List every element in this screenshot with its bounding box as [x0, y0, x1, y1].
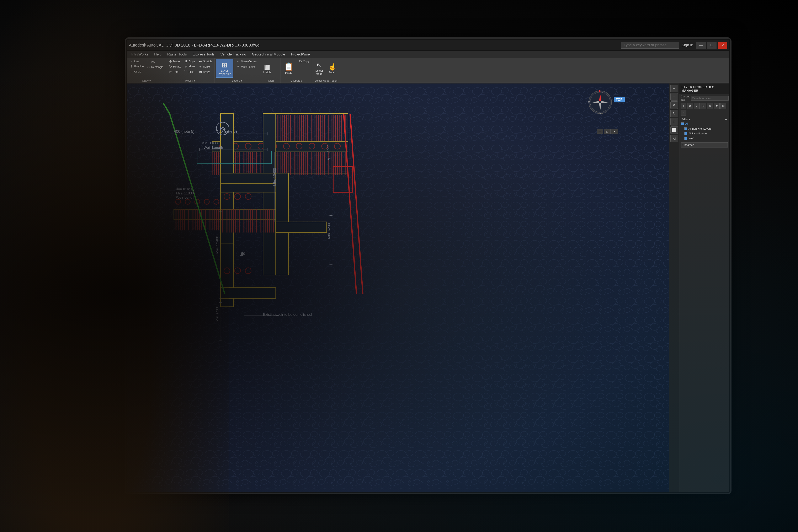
- stretch-icon: ⇤: [199, 59, 202, 63]
- stretch-button[interactable]: ⇤ Stretch: [197, 59, 213, 64]
- copy-clip-icon: ⧉: [298, 59, 302, 63]
- layer-refresh-icon[interactable]: ↻: [701, 103, 706, 109]
- nav-orbit[interactable]: ↻: [670, 110, 678, 117]
- svg-rect-32: [276, 222, 327, 232]
- mirror-icon: ⇌: [184, 64, 188, 68]
- compass-svg: N S W E: [588, 90, 613, 115]
- draw-arc-button[interactable]: ⌒ Arc: [146, 59, 165, 64]
- layer-filter-icon[interactable]: ▼: [714, 103, 720, 109]
- menu-projectwise[interactable]: ProjectWise: [288, 52, 313, 57]
- filters-toggle[interactable]: ▶: [725, 118, 727, 121]
- layer-settings-icon[interactable]: ⚙: [707, 103, 713, 109]
- window-title: Autodesk AutoCAD Civil 3D 2018 - LFD-ARP…: [129, 43, 621, 48]
- copy-button[interactable]: ⧉ Copy: [183, 59, 197, 63]
- layer-properties-button[interactable]: ⊞ LayerProperties: [216, 59, 234, 78]
- fillet-icon: ⌒: [184, 70, 188, 74]
- draw-label: Draw ▾: [127, 79, 166, 83]
- layer-properties-icon: ⊞: [222, 61, 227, 69]
- cad-float-button[interactable]: □: [604, 129, 611, 134]
- search-input[interactable]: [621, 42, 679, 49]
- array-button[interactable]: ⊞ Array: [197, 69, 213, 74]
- menu-vehicle-tracking[interactable]: Vehicle Tracking: [218, 52, 249, 57]
- make-current-button[interactable]: ✓ Make Current: [235, 59, 259, 64]
- arc-icon: ⌒: [147, 59, 150, 64]
- svg-text:400 (n te 5): 400 (n te 5): [176, 187, 194, 191]
- hatch-icon: ▦: [264, 63, 270, 71]
- rotate-button[interactable]: ↻ Rotate: [167, 64, 182, 69]
- svg-text:400 (note 5): 400 (note 5): [216, 129, 237, 134]
- all-non-xref-checkbox[interactable]: [684, 127, 687, 130]
- layer-new-icon[interactable]: +: [681, 103, 686, 109]
- cad-minimize-button[interactable]: —: [597, 129, 603, 134]
- layer-current-icon[interactable]: ✓: [694, 103, 700, 109]
- hatch-button[interactable]: ▦ Hatch: [261, 59, 273, 78]
- svg-text:P2: P2: [220, 126, 225, 131]
- ribbon-group-layers: ⊞ LayerProperties ✓ Make Current ≡ Match…: [215, 58, 260, 83]
- draw-polyline-button[interactable]: ⌇ Polyline: [128, 64, 145, 69]
- paste-button[interactable]: 📋 Paste: [282, 59, 296, 78]
- copy-icon: ⧉: [184, 59, 188, 63]
- cad-drawing-area[interactable]: 400 (note 5) 400 (note 5) Min. 11800 Wei…: [127, 83, 679, 492]
- draw-line-button[interactable]: ⟋ Line: [128, 59, 145, 63]
- layer-all-used[interactable]: All Used Layers: [679, 131, 729, 136]
- filters-row: Filters ▶: [679, 116, 729, 121]
- draw-circle-button[interactable]: ○ Circle: [128, 69, 145, 74]
- ribbon: ⟋ Line ⌇ Polyline ○ Circle: [127, 58, 729, 83]
- mirror-button[interactable]: ⇌ Mirror: [183, 64, 197, 69]
- all-used-checkbox[interactable]: [684, 132, 687, 135]
- nav-previous[interactable]: ◁: [670, 135, 678, 142]
- menu-infraworks[interactable]: InfraWorks: [128, 52, 151, 57]
- fillet-button[interactable]: ⌒ Fillet: [183, 69, 197, 74]
- layer-grid-icon[interactable]: ⊞: [721, 103, 726, 109]
- menu-express-tools[interactable]: Express Tools: [190, 52, 218, 57]
- close-button[interactable]: ✕: [718, 42, 727, 49]
- ribbon-group-hatch: ▦ Hatch Hatch: [260, 58, 281, 83]
- nav-zoom-in[interactable]: +: [670, 85, 678, 92]
- nav-window[interactable]: ⬜: [670, 126, 678, 134]
- menu-raster-tools[interactable]: Raster Tools: [164, 52, 190, 57]
- move-button[interactable]: ✥ Move: [167, 59, 182, 64]
- unnamed-item[interactable]: Unnamed: [681, 142, 728, 148]
- svg-rect-24: [221, 173, 276, 184]
- layer-search-input[interactable]: [691, 96, 729, 100]
- svg-text:Min. 11800: Min. 11800: [202, 141, 220, 145]
- draw-rect-button[interactable]: ▭ Rectangle: [146, 64, 165, 69]
- sign-in-label[interactable]: Sign In: [682, 43, 693, 48]
- menu-help[interactable]: Help: [151, 52, 164, 57]
- select-mode-button[interactable]: ↖ SelectMode: [313, 59, 325, 78]
- scale-button[interactable]: ⤡ Scale: [197, 64, 213, 69]
- layer-search-button[interactable]: 🔍: [729, 96, 729, 100]
- svg-text:Min. 12400: Min. 12400: [215, 236, 219, 254]
- nav-zoom-out[interactable]: −: [670, 93, 678, 100]
- nav-extents[interactable]: ⊡: [670, 118, 678, 126]
- top-button[interactable]: TOP: [614, 97, 625, 102]
- svg-text:Min. 6200: Min. 6200: [215, 306, 219, 322]
- nav-pan[interactable]: ✥: [670, 101, 678, 109]
- trim-button[interactable]: ✂ Trim: [167, 69, 182, 74]
- maximize-button[interactable]: □: [707, 42, 717, 49]
- svg-text:400 (note 5): 400 (note 5): [174, 129, 194, 134]
- filters-label: Filters: [682, 118, 690, 121]
- all-label: All: [685, 122, 688, 126]
- layer-list-icon[interactable]: ≡: [681, 110, 686, 115]
- layer-delete-icon[interactable]: ✕: [687, 103, 693, 109]
- select-label: Select Mode Touch: [312, 79, 340, 83]
- clipboard-label: Clipboard: [281, 79, 312, 83]
- xref-checkbox[interactable]: [684, 137, 687, 140]
- current-layer-row: Current layer 🔍: [679, 94, 729, 102]
- minimize-button[interactable]: —: [696, 42, 706, 49]
- copy-clip-button[interactable]: ⧉ Copy: [297, 59, 311, 63]
- match-layer-button[interactable]: ≡ Match Layer: [235, 64, 259, 69]
- screen: Autodesk AutoCAD Civil 3D 2018 - LFD-ARP…: [127, 40, 729, 492]
- touch-button[interactable]: ☝ Touch: [326, 59, 339, 78]
- layer-all-non-xref[interactable]: All non-Xref Layers: [679, 126, 729, 131]
- layer-properties-panel: LAYER PROPERTIES MANAGER Current layer 🔍…: [679, 83, 729, 492]
- all-checkbox[interactable]: [681, 122, 684, 125]
- modify-label: Modify ▾: [166, 79, 214, 83]
- layer-xref-item[interactable]: Xref: [679, 136, 729, 141]
- layer-all-item[interactable]: All: [679, 121, 729, 126]
- cad-close-button[interactable]: ✕: [611, 129, 618, 134]
- make-current-icon: ✓: [236, 59, 240, 63]
- svg-text:Min. 6200: Min. 6200: [327, 223, 331, 239]
- menu-geotechnical[interactable]: Geotechnical Module: [249, 52, 288, 57]
